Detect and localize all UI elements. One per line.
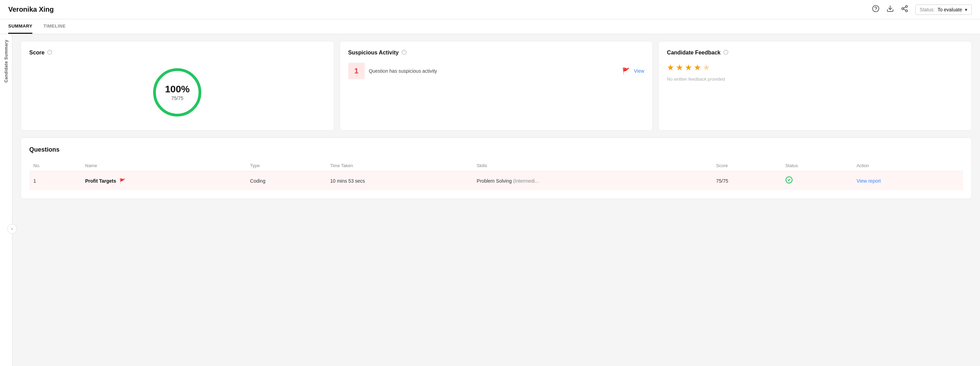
status-dropdown[interactable]: Status: To evaluate ▾ [915,5,972,15]
row-skills: Problem Solving (Intermedi... [473,171,712,190]
sidebar-toggle-button[interactable]: › [7,224,17,234]
col-header-type: Type [246,160,326,171]
star-2: ★ [676,63,683,72]
header-actions: Status: To evaluate ▾ [872,5,972,15]
feedback-card: Candidate Feedback ★ ★ ★ ★ ★ No written … [658,41,972,131]
summary-cards: Score 100% 75/75 Suspicious Activity [21,41,972,131]
score-fraction: 75/75 [171,96,183,101]
questions-table: No. Name Type Time Taken Skills Score St… [29,160,963,190]
status-label: Status: [920,7,935,13]
tab-timeline[interactable]: TIMELINE [43,19,66,34]
star-1: ★ [667,63,675,72]
sidebar-label: Candidate Summary [4,40,9,83]
col-header-score: Score [712,160,781,171]
tab-summary[interactable]: SUMMARY [8,19,32,34]
tabs-bar: SUMMARY TIMELINE [0,19,980,34]
svg-line-6 [904,9,906,10]
suspicious-description: Question has suspicious activity [369,68,618,74]
header: Veronika Xing Status: To evaluate ▾ [0,0,980,19]
star-4: ★ [694,63,701,72]
main-layout: Candidate Summary › Score 100% 75/75 [0,34,980,366]
svg-line-7 [904,7,906,8]
chevron-down-icon: ▾ [965,7,967,13]
star-rating: ★ ★ ★ ★ ★ [667,63,963,72]
suspicious-info-icon[interactable] [402,50,407,56]
star-3: ★ [685,63,692,72]
questions-title: Questions [29,146,963,153]
col-header-status: Status [781,160,852,171]
status-check-icon [785,177,793,185]
score-percent: 100% [165,84,190,95]
score-card: Score 100% 75/75 [21,41,334,131]
question-flag-icon: 🚩 [119,178,125,184]
status-value: To evaluate [937,7,962,13]
download-icon[interactable] [886,5,894,14]
questions-card: Questions No. Name Type Time Taken Skill… [21,137,972,199]
main-content: Score 100% 75/75 Suspicious Activity [13,34,980,366]
flag-icon: 🚩 [622,67,630,75]
row-name: Profit Targets 🚩 [81,171,246,190]
share-icon[interactable] [901,5,908,14]
col-header-no: No. [29,160,81,171]
col-header-action: Action [852,160,963,171]
row-score: 75/75 [712,171,781,190]
questions-table-header: No. Name Type Time Taken Skills Score St… [29,160,963,171]
suspicious-card-title: Suspicious Activity [348,50,644,56]
questions-table-body: 1 Profit Targets 🚩 Coding 10 mins 53 sec… [29,171,963,190]
table-row: 1 Profit Targets 🚩 Coding 10 mins 53 sec… [29,171,963,190]
col-header-skills: Skills [473,160,712,171]
header-title: Veronika Xing [8,5,54,13]
col-header-time-taken: Time Taken [326,160,473,171]
score-info-icon[interactable] [47,50,52,56]
row-no: 1 [29,171,81,190]
suspicious-activity-card: Suspicious Activity 1 Question has suspi… [340,41,653,131]
score-card-title: Score [29,50,326,56]
feedback-info-icon[interactable] [723,50,729,56]
suspicious-item: 1 Question has suspicious activity 🚩 Vie… [348,63,644,79]
row-type: Coding [246,171,326,190]
feedback-text: No written feedback provided [667,77,963,82]
row-time-taken: 10 mins 53 secs [326,171,473,190]
score-circle-container: 100% 75/75 [29,63,326,122]
star-5: ★ [703,63,710,72]
score-circle: 100% 75/75 [153,68,201,117]
col-header-name: Name [81,160,246,171]
suspicious-view-link[interactable]: View [634,68,644,74]
suspicious-count-badge: 1 [348,63,365,79]
row-status [781,171,852,190]
help-icon[interactable] [872,5,880,14]
feedback-card-title: Candidate Feedback [667,50,963,56]
view-report-link[interactable]: View report [856,178,881,184]
row-action: View report [852,171,963,190]
sidebar: Candidate Summary › [0,34,13,366]
